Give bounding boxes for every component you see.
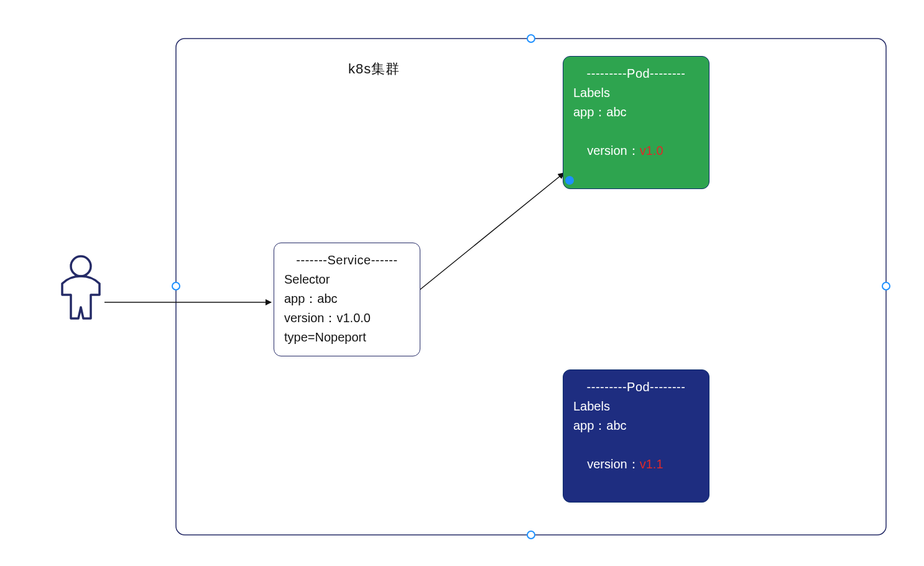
pod-green-version-value: v1.0 (640, 144, 663, 157)
service-header: -------Service------ (284, 251, 410, 270)
pod-navy-version: version：v1.1 (573, 435, 699, 493)
service-type-label: type=Nopeport (284, 328, 410, 347)
pod-green-box: ---------Pod-------- Labels app：abc vers… (563, 56, 709, 189)
service-app-label: app：abc (284, 289, 410, 309)
pod-navy-box: ---------Pod-------- Labels app：abc vers… (563, 369, 709, 503)
handle-top-icon (527, 34, 535, 43)
pod-navy-labels: Labels (573, 397, 699, 416)
handle-left-icon (172, 282, 180, 290)
pod-navy-version-prefix: version： (587, 457, 639, 471)
pod-green-labels: Labels (573, 83, 699, 103)
arrow-service-to-pod-green (420, 173, 564, 290)
pod-green-app: app：abc (573, 103, 699, 122)
pod-navy-app: app：abc (573, 416, 699, 435)
handle-right-icon (882, 282, 890, 290)
pod-green-select-dot-icon (565, 176, 574, 185)
pod-green-version-prefix: version： (587, 144, 639, 157)
service-box: -------Service------ Selector app：abc ve… (274, 243, 420, 356)
pod-green-header: ---------Pod-------- (573, 64, 699, 83)
service-selector-label: Selector (284, 270, 410, 289)
pod-navy-version-value: v1.1 (640, 457, 663, 471)
svg-point-0 (71, 256, 91, 276)
cluster-title: k8s集群 (348, 60, 400, 78)
pod-navy-header: ---------Pod-------- (573, 378, 699, 397)
user-actor-icon (62, 256, 99, 318)
handle-bottom-icon (527, 531, 535, 539)
service-version-label: version：v1.0.0 (284, 309, 410, 328)
pod-green-version: version：v1.0 (573, 122, 699, 180)
